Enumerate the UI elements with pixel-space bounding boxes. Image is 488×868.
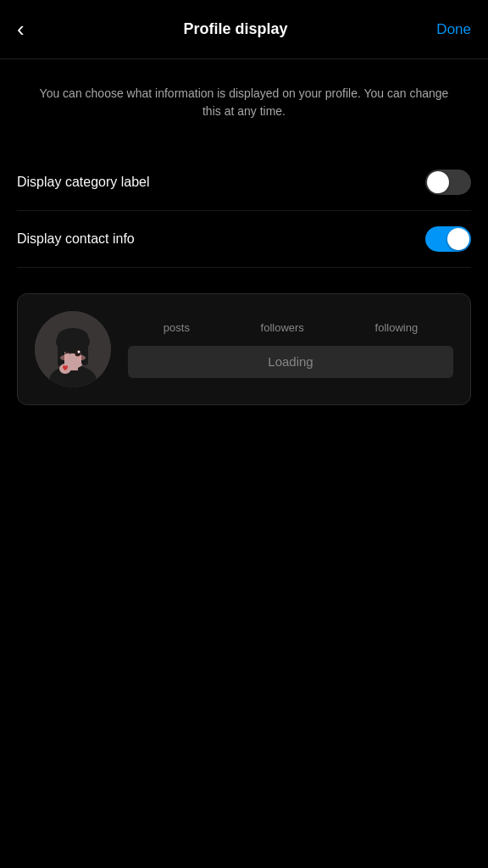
avatar-image [35, 311, 111, 387]
header: ‹ Profile display Done [0, 0, 488, 59]
setting-label-category: Display category label [17, 175, 150, 190]
description-text: You can choose what information is displ… [0, 59, 488, 137]
settings-list: Display category label Display contact i… [0, 154, 488, 268]
toggle-thumb-category [427, 171, 449, 193]
toggle-contact-info[interactable] [425, 226, 471, 252]
loading-text: Loading [268, 354, 313, 369]
profile-right: posts followers following Loading [128, 321, 453, 378]
toggle-thumb-contact [447, 228, 469, 250]
stat-posts: posts [164, 321, 190, 334]
svg-point-11 [77, 355, 86, 360]
setting-label-contact: Display contact info [17, 231, 135, 247]
stat-followers: followers [261, 321, 304, 334]
done-button[interactable]: Done [420, 21, 471, 38]
svg-rect-6 [81, 342, 88, 365]
preview-card: posts followers following Loading [17, 293, 471, 405]
svg-point-9 [78, 351, 80, 353]
setting-display-category-label: Display category label [17, 154, 471, 211]
svg-point-10 [60, 355, 69, 360]
stats-row: posts followers following [128, 321, 453, 334]
stat-following: following [375, 321, 419, 334]
setting-display-contact-info: Display contact info [17, 211, 471, 268]
loading-bar: Loading [128, 346, 453, 378]
svg-rect-5 [58, 342, 64, 367]
avatar [35, 311, 111, 387]
page-title: Profile display [51, 20, 420, 38]
toggle-category-label[interactable] [425, 170, 471, 195]
back-button[interactable]: ‹ [17, 16, 51, 42]
